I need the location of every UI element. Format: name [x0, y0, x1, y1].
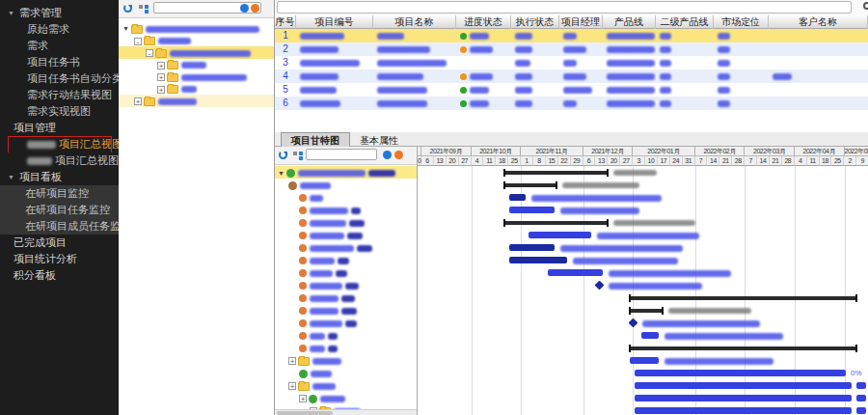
- gantt-tree-row[interactable]: [275, 266, 418, 279]
- gantt-tree-row[interactable]: [275, 304, 418, 317]
- task-bar[interactable]: [509, 257, 567, 263]
- column-header[interactable]: 客户名称: [769, 15, 868, 29]
- expander-icon[interactable]: +: [157, 86, 165, 94]
- search-icon[interactable]: [863, 2, 868, 10]
- sidebar-item[interactable]: 在研项目任务监控: [0, 202, 119, 218]
- gantt-tree-row[interactable]: [275, 342, 418, 354]
- table-row[interactable]: 6: [275, 97, 868, 110]
- tree-node[interactable]: -: [119, 35, 274, 47]
- column-header[interactable]: 项目经理: [559, 15, 603, 29]
- task-bar-segment[interactable]: [856, 382, 866, 389]
- expander-icon[interactable]: +: [288, 382, 296, 390]
- gantt-tree-row[interactable]: [275, 367, 418, 379]
- column-header[interactable]: 项目编号: [296, 15, 373, 29]
- column-header[interactable]: 二级产品线: [656, 15, 714, 29]
- task-bar-segment[interactable]: [856, 407, 866, 414]
- hierarchy-icon[interactable]: [139, 5, 149, 14]
- task-bar[interactable]: [509, 207, 555, 213]
- tree-node[interactable]: -: [119, 46, 274, 59]
- column-header[interactable]: 产品线: [603, 15, 656, 29]
- sidebar-item[interactable]: 需求实现视图: [0, 103, 119, 120]
- tree-node[interactable]: +: [119, 70, 274, 83]
- sidebar-group-0[interactable]: ▼需求管理: [0, 5, 119, 21]
- gantt-tree-row[interactable]: +: [275, 392, 418, 404]
- sidebar-item[interactable]: 项目任务书自动分类: [0, 70, 119, 87]
- summary-bar[interactable]: [504, 221, 608, 225]
- sidebar-item[interactable]: 原始需求: [0, 21, 119, 38]
- gantt-tree-row[interactable]: +: [275, 354, 418, 367]
- sidebar-group-2[interactable]: ▼项目看板: [0, 169, 119, 185]
- gantt-tree-row[interactable]: [275, 279, 418, 291]
- gantt-tree-row[interactable]: +: [275, 379, 418, 392]
- gantt-tree-row[interactable]: ▼: [275, 166, 418, 179]
- task-bar[interactable]: [509, 244, 555, 251]
- summary-bar[interactable]: [630, 296, 856, 300]
- gantt-tree-row[interactable]: [275, 291, 418, 304]
- tree-node[interactable]: ▼: [119, 22, 274, 35]
- summary-bar[interactable]: [504, 171, 608, 175]
- hierarchy-icon[interactable]: [293, 152, 303, 160]
- task-bar[interactable]: [641, 332, 659, 339]
- expander-icon[interactable]: +: [299, 395, 307, 402]
- tab-properties[interactable]: 基本属性: [350, 133, 408, 148]
- table-row[interactable]: 2: [275, 42, 868, 56]
- column-header[interactable]: 执行状态: [511, 15, 559, 29]
- task-bar[interactable]: [635, 395, 852, 401]
- sidebar-item[interactable]: 需求行动结果视图: [0, 87, 119, 103]
- expander-icon[interactable]: -: [146, 49, 153, 57]
- task-bar-segment[interactable]: [856, 395, 866, 401]
- tab-gantt[interactable]: 项目甘特图: [281, 132, 350, 147]
- task-bar[interactable]: [529, 232, 591, 238]
- sidebar-group-3[interactable]: 已完成项目: [0, 235, 119, 251]
- gantt-tree-row[interactable]: [275, 317, 418, 329]
- sidebar-group-1[interactable]: 项目管理: [0, 120, 119, 136]
- expander-icon[interactable]: +: [134, 97, 142, 105]
- table-row[interactable]: 1: [275, 29, 868, 42]
- column-header[interactable]: 项目名称: [373, 15, 456, 29]
- gantt-tree-row[interactable]: [275, 216, 418, 229]
- expander-icon[interactable]: +: [157, 73, 165, 81]
- task-bar[interactable]: [630, 357, 659, 364]
- sidebar-item[interactable]: 需求: [0, 38, 119, 54]
- tree-node[interactable]: +: [119, 95, 274, 107]
- refresh-icon[interactable]: [123, 4, 132, 13]
- task-bar[interactable]: [635, 407, 852, 414]
- summary-bar[interactable]: [630, 346, 856, 350]
- sidebar-item[interactable]: 项目汇总视图: [0, 152, 119, 169]
- task-bar[interactable]: [509, 194, 526, 201]
- sidebar-group-4[interactable]: 项目统计分析: [0, 251, 119, 267]
- gantt-tree-row[interactable]: [275, 229, 418, 241]
- gantt-tree-row[interactable]: [275, 329, 418, 342]
- tree-node[interactable]: +: [119, 59, 274, 71]
- gantt-tree-row[interactable]: [275, 254, 418, 266]
- gantt-tree-row[interactable]: [275, 204, 418, 216]
- gantt-tree-row[interactable]: [275, 191, 418, 204]
- milestone-marker[interactable]: [629, 318, 638, 328]
- search-clear-icon[interactable]: [251, 4, 259, 13]
- expander-icon[interactable]: +: [288, 357, 296, 365]
- table-row[interactable]: 5: [275, 83, 868, 97]
- search-confirm-icon[interactable]: [383, 151, 392, 159]
- gantt-search-input[interactable]: [306, 149, 377, 160]
- search-clear-icon[interactable]: [394, 151, 403, 159]
- expander-icon[interactable]: -: [134, 38, 142, 45]
- table-filter-input[interactable]: [277, 1, 852, 14]
- column-header[interactable]: 序号: [275, 15, 296, 29]
- milestone-marker[interactable]: [595, 281, 605, 290]
- summary-bar[interactable]: [504, 183, 556, 187]
- gantt-tree-row[interactable]: [275, 179, 418, 191]
- sidebar-item[interactable]: 在研项目监控: [0, 185, 119, 202]
- sidebar-item[interactable]: 在研项目成员任务监控: [0, 218, 119, 235]
- tree-node[interactable]: +: [119, 83, 274, 96]
- column-header[interactable]: 市场定位: [714, 15, 769, 29]
- sidebar-item[interactable]: 项目任务书: [0, 54, 119, 70]
- refresh-icon[interactable]: [279, 151, 287, 159]
- task-bar[interactable]: [635, 382, 852, 389]
- sidebar-item[interactable]: 项目汇总视图: [0, 136, 119, 152]
- expander-icon[interactable]: +: [157, 62, 165, 69]
- task-bar[interactable]: [548, 269, 603, 276]
- column-header[interactable]: 进度状态: [456, 15, 511, 29]
- horizontal-scrollbar[interactable]: [275, 409, 417, 415]
- summary-bar[interactable]: [630, 309, 663, 313]
- table-row[interactable]: 4: [275, 69, 868, 83]
